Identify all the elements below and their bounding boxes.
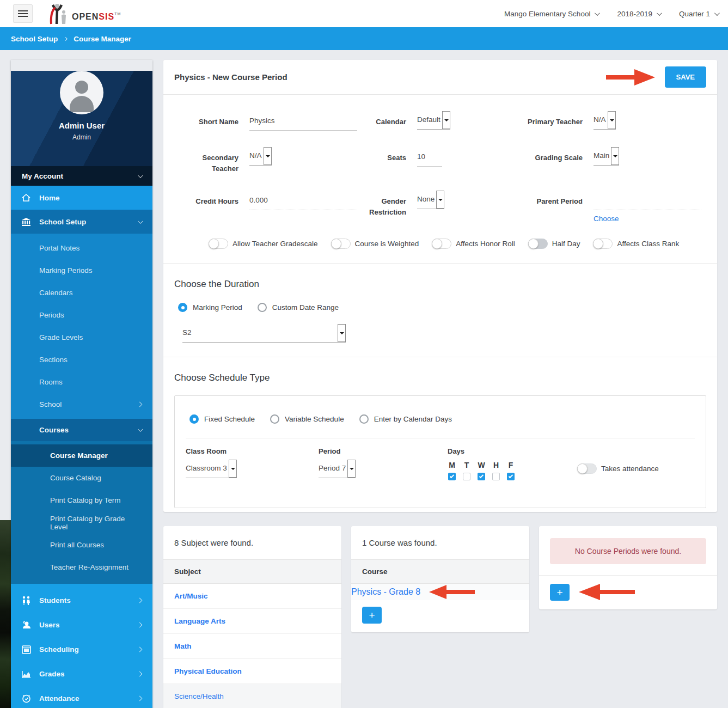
select-dropdown-icon[interactable] [338,324,346,342]
grading-scale-select[interactable]: Main [594,149,619,166]
toggle-switch[interactable] [528,239,548,249]
schedule-radio-group: Fixed Schedule Variable Schedule Enter b… [175,396,706,424]
hamburger-menu-icon[interactable] [13,4,33,23]
toggle-switch[interactable] [432,239,451,249]
short-name-input[interactable] [249,114,357,131]
schedule-grid: Class Room Classroom 3 Period Period 7 D… [175,438,706,480]
radio-selected-icon[interactable] [189,414,199,424]
no-course-periods-alert: No Course Periods were found. [550,538,706,564]
toggle-switch[interactable] [593,239,613,249]
select-dropdown-icon[interactable] [264,147,272,165]
toggle-allow-teacher-gradescale[interactable]: Allow Teacher Gradescale [209,239,318,249]
sidebar-item-marking-periods[interactable]: Marking Periods [11,259,152,282]
radio-fixed-schedule[interactable]: Fixed Schedule [189,414,255,424]
chevron-right-icon [137,622,143,628]
sidebar-item-users[interactable]: Users [11,613,152,637]
sidebar-item-sections[interactable]: Sections [11,349,152,371]
radio-unselected-icon[interactable] [359,414,369,424]
subject-row[interactable]: Language Arts [163,609,341,634]
gender-restriction-select[interactable]: None [417,193,444,209]
sidebar-item-my-account[interactable]: My Account [11,166,152,186]
save-button[interactable]: SAVE [665,66,706,88]
sidebar-item-courses[interactable]: Courses [11,419,152,441]
secondary-teacher-select[interactable]: N/A [249,149,272,166]
sidebar-item-course-manager[interactable]: Course Manager [11,444,152,467]
radio-unselected-icon[interactable] [258,303,267,312]
chevron-right-icon [137,672,143,677]
year-selector[interactable]: 2018-2019 [617,10,660,18]
select-dropdown-icon[interactable] [436,191,444,209]
add-course-period-button[interactable]: + [550,584,570,601]
sidebar-item-students[interactable]: Students [11,588,152,613]
sidebar-item-school[interactable]: School [11,393,152,416]
day-checkbox[interactable] [507,473,515,480]
toggle-switch[interactable] [209,239,228,249]
period-select[interactable]: Period 7 [319,462,356,478]
subject-row[interactable]: Science/Health [163,684,341,708]
select-dropdown-icon[interactable] [442,111,450,129]
sidebar-item-label: Home [39,194,60,202]
sidebar-item-portal-notes[interactable]: Portal Notes [11,237,152,259]
school-selector[interactable]: Mango Elementary School [504,10,598,18]
sidebar-item-print-catalog-by-grade-level[interactable]: Print Catalog by Grade Level [11,511,152,534]
subject-link[interactable]: Science/Health [174,692,224,700]
toggle-takes-attendance[interactable]: Takes attendance [577,463,659,474]
toggle-affects-class-rank[interactable]: Affects Class Rank [593,239,679,249]
course-annotation-arrow [428,584,475,600]
radio-unselected-icon[interactable] [270,414,279,424]
sidebar-item-attendance[interactable]: Attendance [11,686,152,708]
select-dropdown-icon[interactable] [347,460,356,478]
sidebar-item-scheduling[interactable]: Scheduling [11,637,152,662]
day-checkbox[interactable] [478,473,485,480]
subject-link[interactable]: Math [174,642,192,650]
parent-period-choose-link[interactable]: Choose [594,215,619,223]
toggle-half-day[interactable]: Half Day [528,239,580,249]
add-course-button[interactable]: + [362,607,382,624]
sidebar-item-periods[interactable]: Periods [11,304,152,326]
breadcrumb-parent[interactable]: School Setup [11,35,58,43]
course-row[interactable]: Physics - Grade 8 [351,584,529,600]
radio-marking-period[interactable]: Marking Period [178,303,242,312]
quarter-selector[interactable]: Quarter 1 [679,10,718,18]
sidebar-item-course-catalog[interactable]: Course Catalog [11,467,152,489]
marking-period-select[interactable]: S2 [182,326,346,343]
day-checkbox[interactable] [463,473,470,480]
seats-input[interactable] [417,150,442,167]
radio-label: Fixed Schedule [204,415,255,423]
class-room-select[interactable]: Classroom 3 [186,462,237,478]
radio-selected-icon[interactable] [178,303,187,312]
day-checkbox[interactable] [492,473,500,480]
sidebar-item-calendars[interactable]: Calendars [11,282,152,304]
toggle-affects-honor-roll[interactable]: Affects Honor Roll [432,239,515,249]
radio-custom-date-range[interactable]: Custom Date Range [258,303,339,312]
subject-row[interactable]: Math [163,634,341,659]
toggle-course-is-weighted[interactable]: Course is Weighted [331,239,419,249]
sidebar-item-grades[interactable]: Grades [11,662,152,686]
sidebar-item-teacher-re-assignment[interactable]: Teacher Re-Assignment [11,556,152,578]
radio-variable-schedule[interactable]: Variable Schedule [270,414,344,424]
sidebar-item-print-all-courses[interactable]: Print all Courses [11,534,152,556]
select-dropdown-icon[interactable] [611,147,619,165]
toggle-switch[interactable] [577,463,597,474]
sidebar-item-home[interactable]: Home [11,186,152,210]
subject-row[interactable]: Physical Education [163,659,341,684]
course-link[interactable]: Physics - Grade 8 [351,587,420,597]
calendar-select[interactable]: Default [417,113,450,130]
select-dropdown-icon[interactable] [608,111,616,129]
credit-hours-input[interactable] [249,194,357,210]
subject-link[interactable]: Physical Education [174,667,242,675]
sidebar-item-print-catalog-by-term[interactable]: Print Catalog by Term [11,489,152,511]
select-dropdown-icon[interactable] [229,460,237,478]
subject-link[interactable]: Language Arts [174,617,225,625]
radio-enter-by-calendar-days[interactable]: Enter by Calendar Days [359,414,452,424]
sidebar-item-rooms[interactable]: Rooms [11,371,152,393]
day-checkbox[interactable] [448,473,456,480]
sidebar-item-grade-levels[interactable]: Grade Levels [11,326,152,349]
subject-link[interactable]: Art/Music [174,592,208,600]
day-letter: W [478,461,485,469]
sidebar-item-school-setup[interactable]: School Setup [11,210,152,234]
subject-row[interactable]: Art/Music [163,584,341,609]
parent-period-input[interactable] [594,194,701,210]
primary-teacher-select[interactable]: N/A [594,113,616,130]
toggle-switch[interactable] [331,239,351,249]
